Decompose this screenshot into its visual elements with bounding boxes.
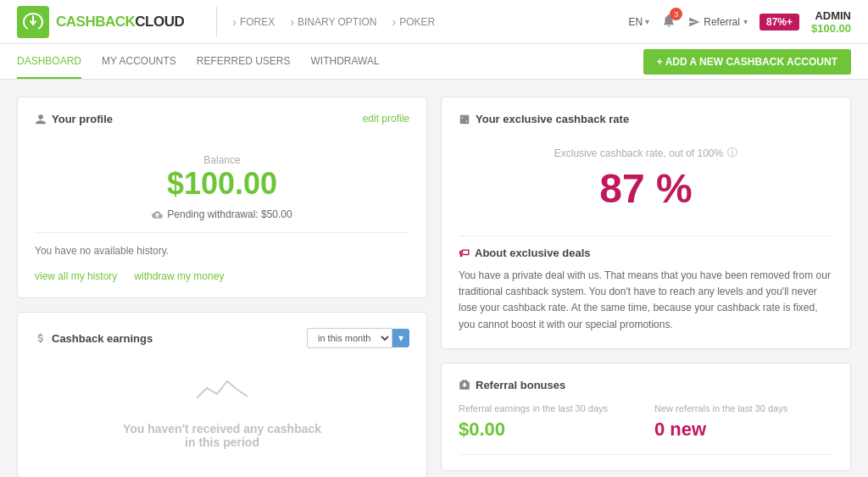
no-history-text: You have no available history.: [35, 233, 409, 262]
logo: CASHBACKCLOUD: [17, 6, 184, 38]
gift-icon: [459, 379, 470, 391]
user-icon: [35, 114, 47, 125]
balance-amount: $100.00: [35, 166, 409, 202]
rate-label: Exclusive cashback rate, out of 100% ⓘ: [459, 146, 833, 160]
referral-bonuses-card: Referral bonuses Referral earnings in th…: [441, 363, 851, 471]
empty-chart: You haven't received any cashback in thi…: [35, 360, 409, 462]
referral-button[interactable]: Referral ▾: [688, 16, 748, 28]
rate-divider: [459, 236, 833, 236]
header-divider: [216, 7, 217, 37]
cashback-rate-title: Your exclusive cashback rate: [459, 113, 833, 125]
edit-profile-link[interactable]: edit profile: [363, 113, 409, 125]
profile-title: Your profile: [35, 113, 113, 125]
referral-earnings-amount: $0.00: [459, 419, 637, 441]
cashback-header: Cashback earnings in this month last mon…: [35, 328, 409, 348]
admin-info: ADMIN $100.00: [811, 9, 851, 35]
language-selector[interactable]: EN ▾: [629, 16, 650, 28]
period-select-dropdown[interactable]: in this month last month all time: [307, 328, 392, 348]
referral-divider: [459, 454, 833, 455]
no-cashback-text: You haven't received any cashback in thi…: [123, 422, 321, 449]
chevron-down-icon: ▾: [743, 17, 748, 26]
exclusive-deals-text: You have a private deal with us. That me…: [459, 268, 833, 333]
cashback-title: Cashback earnings: [35, 332, 153, 345]
chevron-down-icon: ▾: [645, 17, 649, 26]
referral-earnings-label: Referral earnings in the last 30 days: [459, 403, 637, 413]
header-right: EN ▾ 3 Referral ▾ 87%+ ADMIN $100.00: [629, 9, 851, 35]
admin-balance: $100.00: [811, 22, 851, 35]
notification-badge: 3: [670, 8, 682, 20]
cashback-rate-section: Exclusive cashback rate, out of 100% ⓘ 8…: [459, 137, 833, 225]
period-selector[interactable]: in this month last month all time ▾: [307, 328, 409, 348]
nav-binary-option[interactable]: BINARY OPTION: [290, 15, 376, 29]
profile-card-header: Your profile edit profile: [35, 113, 409, 137]
add-cashback-account-button[interactable]: + ADD A NEW CASHBACK ACCOUNT: [643, 49, 851, 75]
tab-referred-users[interactable]: REFERRED USERS: [197, 45, 291, 79]
logo-text: CASHBACKCLOUD: [56, 14, 184, 31]
right-column: Your exclusive cashback rate Exclusive c…: [441, 97, 851, 477]
tab-my-accounts[interactable]: MY ACCOUNTS: [102, 45, 176, 79]
view-history-link[interactable]: view all my history: [35, 270, 117, 282]
tab-withdrawal[interactable]: WITHDRAWAL: [311, 45, 380, 79]
exclusive-deals-title: 🏷 About exclusive deals: [459, 247, 833, 259]
profile-links: view all my history withdraw my money: [35, 270, 409, 282]
header-nav: FOREX BINARY OPTION POKER: [232, 15, 628, 29]
new-referrals-col: New referrals in the last 30 days 0 new: [654, 403, 833, 441]
send-icon: [688, 16, 700, 28]
cashback-earnings-card: Cashback earnings in this month last mon…: [17, 312, 427, 477]
pending-withdrawal: Pending withdrawal: $50.00: [35, 208, 409, 220]
profile-card: Your profile edit profile Balance $100.0…: [17, 97, 427, 298]
tab-dashboard[interactable]: DASHBOARD: [17, 45, 81, 79]
dollar-icon: [35, 332, 47, 344]
percent-icon: [459, 114, 470, 125]
new-referrals-label: New referrals in the last 30 days: [654, 403, 833, 413]
header: CASHBACKCLOUD FOREX BINARY OPTION POKER …: [0, 0, 868, 44]
navbar: DASHBOARD MY ACCOUNTS REFERRED USERS WIT…: [0, 44, 868, 80]
info-icon[interactable]: ⓘ: [727, 146, 737, 160]
balance-label: Balance: [35, 154, 409, 166]
left-column: Your profile edit profile Balance $100.0…: [17, 97, 427, 477]
navbar-links: DASHBOARD MY ACCOUNTS REFERRED USERS WIT…: [17, 45, 643, 79]
nav-forex[interactable]: FOREX: [232, 15, 275, 29]
withdraw-link[interactable]: withdraw my money: [134, 270, 224, 282]
nav-poker[interactable]: POKER: [392, 15, 436, 29]
cloud-upload-icon: [152, 209, 163, 220]
referral-grid: Referral earnings in the last 30 days $0…: [459, 403, 833, 441]
chart-placeholder-icon: [197, 373, 248, 415]
cashback-badge[interactable]: 87%+: [760, 14, 799, 31]
tag-icon: 🏷: [459, 247, 470, 259]
new-referrals-amount: 0 new: [654, 419, 833, 441]
rate-value: 87 %: [459, 165, 833, 212]
logo-icon: [17, 6, 49, 38]
referral-title: Referral bonuses: [459, 379, 833, 391]
admin-name: ADMIN: [811, 9, 851, 22]
period-select-button[interactable]: ▾: [392, 329, 409, 347]
main-content: Your profile edit profile Balance $100.0…: [0, 80, 868, 477]
chart-empty-icon: [197, 373, 248, 407]
cashback-rate-card: Your exclusive cashback rate Exclusive c…: [441, 97, 851, 349]
balance-section: Balance $100.00 Pending withdrawal: $50.…: [35, 146, 409, 233]
notification-button[interactable]: 3: [661, 13, 676, 31]
referral-earnings-col: Referral earnings in the last 30 days $0…: [459, 403, 637, 441]
